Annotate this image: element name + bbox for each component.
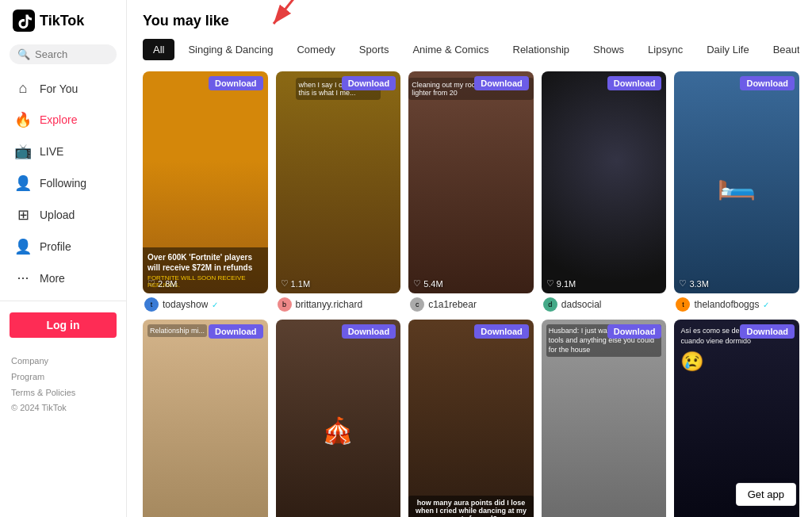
main-content: You may like All Singing & Dancing Comed… (127, 0, 812, 517)
download-button-3[interactable]: Download (474, 76, 529, 90)
avatar-3: c (410, 297, 424, 312)
video-card-8[interactable]: how many aura points did I lose when I c… (408, 320, 534, 517)
logo[interactable]: TikTok (0, 0, 126, 41)
likes-5: ♡3.3M (679, 278, 708, 289)
nav-label-following: Following (40, 177, 86, 190)
download-button-6[interactable]: Download (209, 324, 263, 339)
nav-label-profile: Profile (40, 240, 71, 253)
tab-anime-comics[interactable]: Anime & Comics (402, 39, 499, 60)
app-name: TikTok (40, 13, 84, 29)
upload-icon: ⊞ (14, 206, 32, 224)
download-button-9[interactable]: Download (607, 324, 662, 339)
home-icon: ⌂ (14, 80, 32, 97)
footer-company[interactable]: Company (11, 356, 48, 366)
username-3: c1a1rebear (428, 299, 477, 310)
username-1: todayshow (163, 299, 208, 310)
download-button-10[interactable]: Download (740, 324, 795, 339)
nav-label-upload: Upload (40, 209, 75, 221)
sidebar-footer: Company Program Terms & Policies © 2024 … (0, 347, 126, 423)
likes-3: ♡5.4M (413, 278, 442, 289)
tab-shows[interactable]: Shows (583, 39, 634, 60)
search-icon: 🔍 (17, 48, 30, 60)
tab-sports[interactable]: Sports (349, 39, 400, 60)
avatar-2: b (278, 297, 292, 312)
username-2: brittanyy.richard (296, 299, 362, 310)
search-bar[interactable]: 🔍 (10, 44, 117, 64)
video-card-5[interactable]: 🛏️ Download ♡3.3M t thelandofboggs ✓ (674, 71, 799, 312)
footer-terms[interactable]: Terms & Policies (11, 388, 75, 397)
download-button-8[interactable]: Download (474, 324, 529, 339)
footer-program[interactable]: Program (11, 372, 44, 381)
likes-2: ♡1.1M (281, 278, 310, 289)
live-icon: 📺 (14, 143, 32, 160)
footer-copyright: © 2024 TikTok (11, 403, 67, 412)
sidebar-item-profile[interactable]: 👤 Profile (6, 232, 120, 262)
tab-comedy[interactable]: Comedy (286, 39, 345, 60)
video-card-1[interactable]: Over 600K 'Fortnite' players will receiv… (143, 71, 268, 312)
video-card-6[interactable]: Relationship mi... Download ♡2M k kenlei… (143, 320, 268, 517)
get-app-button[interactable]: Get app (736, 483, 796, 506)
video-card-3[interactable]: Cleaning out my room and found this ligh… (408, 71, 534, 312)
tab-all[interactable]: All (143, 39, 174, 60)
explore-icon: 🔥 (14, 111, 32, 128)
tab-relationship[interactable]: Relationship (503, 39, 580, 60)
download-button-7[interactable]: Download (342, 324, 396, 339)
sidebar-item-live[interactable]: 📺 LIVE (6, 136, 120, 167)
likes-1: ♡2.8M (147, 278, 177, 289)
profile-icon: 👤 (14, 238, 32, 255)
video-card-4[interactable]: Download ♡9.1M d dadsocial (542, 71, 667, 312)
avatar-1: t (144, 297, 159, 312)
tab-lipsync[interactable]: Lipsync (638, 39, 693, 60)
video-meta-2: b brittanyy.richard (276, 297, 401, 312)
tab-singing-dancing[interactable]: Singing & Dancing (178, 39, 283, 60)
verified-icon-5: ✓ (763, 301, 769, 309)
sidebar-item-explore[interactable]: 🔥 Explore (6, 105, 120, 135)
username-4: dadsocial (561, 299, 602, 310)
avatar-5: t (676, 297, 690, 312)
download-button-4[interactable]: Download (607, 76, 662, 90)
nav-label-live: LIVE (40, 145, 63, 158)
download-button-5[interactable]: Download (740, 76, 795, 90)
nav-label-explore: Explore (40, 113, 77, 126)
username-5: thelandofboggs (694, 299, 759, 310)
sidebar-item-more[interactable]: ··· More (6, 263, 120, 293)
sidebar-item-upload[interactable]: ⊞ Upload (6, 200, 120, 230)
tab-beauty-care[interactable]: Beauty Care (763, 39, 799, 60)
sidebar-item-following[interactable]: 👤 Following (6, 168, 120, 198)
video-card-9[interactable]: Husband: I just want to get some tools a… (542, 320, 667, 517)
video-meta-3: c c1a1rebear (408, 297, 534, 312)
sidebar-nav: ⌂ For You 🔥 Explore 📺 LIVE 👤 Following ⊞… (0, 71, 126, 296)
sidebar: TikTok 🔍 ⌂ For You 🔥 Explore 📺 LIVE 👤 Fo… (0, 0, 127, 517)
video-meta-4: d dadsocial (542, 297, 667, 312)
nav-label-more: More (40, 272, 65, 285)
avatar-4: d (543, 297, 557, 312)
likes-4: ♡9.1M (546, 278, 576, 289)
video-meta-5: t thelandofboggs ✓ (674, 297, 799, 312)
category-tabs: All Singing & Dancing Comedy Sports Anim… (143, 39, 799, 60)
video-meta-1: t todayshow ✓ (143, 297, 268, 312)
more-icon: ··· (14, 270, 32, 286)
page-title: You may like (143, 13, 799, 29)
download-button-1[interactable]: Download (209, 76, 263, 90)
sidebar-divider (0, 301, 126, 301)
following-icon: 👤 (14, 174, 32, 192)
video-card-2[interactable]: when I say I can't cook…this is what I m… (276, 71, 401, 312)
sidebar-item-for-you[interactable]: ⌂ For You (6, 74, 120, 103)
search-input[interactable] (35, 48, 109, 60)
video-grid: Over 600K 'Fortnite' players will receiv… (143, 71, 799, 517)
tab-daily-life[interactable]: Daily Life (696, 39, 759, 60)
login-button[interactable]: Log in (10, 312, 117, 338)
video-card-7[interactable]: 🎪 Download ♡10.4M b burnbabyburns (276, 320, 401, 517)
nav-label-for-you: For You (40, 82, 78, 95)
download-button-2[interactable]: Download (342, 76, 396, 90)
verified-icon-1: ✓ (212, 301, 218, 309)
tiktok-logo-icon (13, 10, 35, 32)
